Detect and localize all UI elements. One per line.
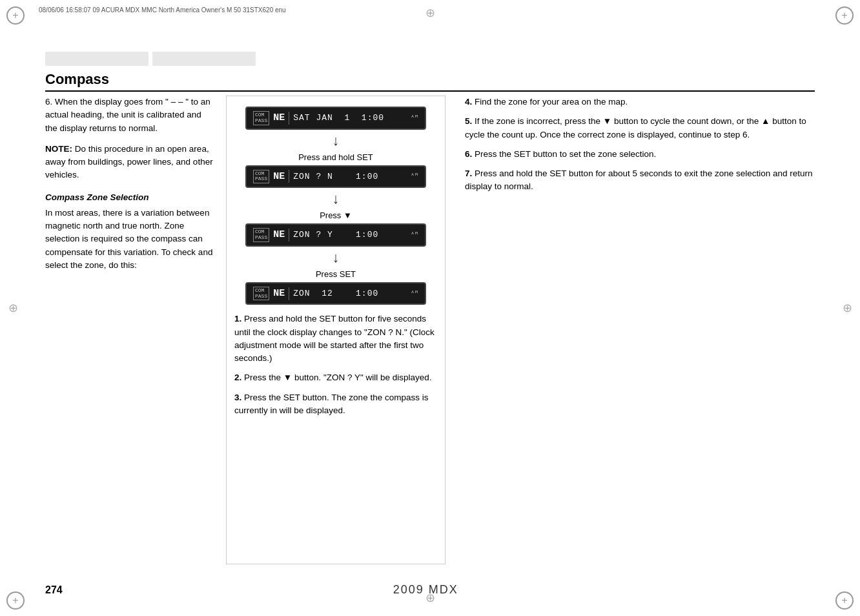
right-instr-7: 7. Press and hold the SET button for abo… <box>465 167 815 194</box>
display-am-1: ᴬᴹ <box>411 114 418 122</box>
compass-zone-title: Compass Zone Selection <box>45 191 213 204</box>
divider-3 <box>289 229 289 241</box>
right-num-7: 7. <box>465 169 472 178</box>
display-unit-3: COMPASS NE ZON ? Y 1:00 ᴬᴹ <box>245 223 426 247</box>
step-label-3: Press SET <box>316 269 356 279</box>
display-am-4: ᴬᴹ <box>411 290 418 298</box>
note-text: NOTE: Do this procedure in an open area,… <box>45 143 213 182</box>
section-body: In most areas, there is a variation betw… <box>45 207 213 272</box>
reg-mark-bl <box>6 591 25 610</box>
reg-mark-tl <box>6 6 25 25</box>
display-ne-3: NE <box>273 229 285 240</box>
main-content: 6. When the display goes from " – – " to… <box>45 96 815 564</box>
instr-num-3: 3. <box>234 393 241 402</box>
compass-label-2: COMPASS <box>253 170 269 184</box>
page-title-area: Compass <box>45 71 815 92</box>
note-label: NOTE: <box>45 144 72 154</box>
compass-label-3: COMPASS <box>253 228 269 242</box>
arrow-down-3: ↓ <box>333 251 340 265</box>
display-unit-2: COMPASS NE ZON ? N 1:00 ᴬᴹ <box>245 165 426 189</box>
left-column: 6. When the display goes from " – – " to… <box>45 96 226 564</box>
compass-label-1: COMPASS <box>253 111 269 125</box>
step-label-1: Press and hold SET <box>298 152 373 162</box>
instructions-middle: 1. Press and hold the SET button for fiv… <box>234 307 437 424</box>
divider-4 <box>289 287 289 300</box>
cross-left: ⊕ <box>6 302 19 314</box>
instr-item-2: 2. Press the ▼ button. "ZON ? Y" will be… <box>234 371 437 384</box>
right-num-6: 6. <box>465 149 472 159</box>
display-text-4: ZON 12 1:00 <box>293 289 407 298</box>
right-num-5: 5. <box>465 116 472 126</box>
right-column: 4. Find the zone for your area on the ma… <box>445 96 815 564</box>
instr-num-1: 1. <box>234 314 241 323</box>
right-num-4: 4. <box>465 97 472 107</box>
arrow-2: ↓ <box>333 192 340 206</box>
step-label-2: Press ▼ <box>320 210 352 220</box>
right-instr-5: 5. If the zone is incorrect, press the ▼… <box>465 115 815 141</box>
tab-bar-1 <box>45 52 148 66</box>
page-number: 274 <box>45 584 63 596</box>
right-instr-4: 4. Find the zone for your area on the ma… <box>465 96 815 108</box>
footer: 274 2009 MDX <box>45 583 815 597</box>
instr-item-1: 1. Press and hold the SET button for fiv… <box>234 313 437 365</box>
footer-model: 2009 MDX <box>393 583 458 597</box>
header-area: 08/06/06 16:58:07 09 ACURA MDX MMC North… <box>39 6 821 14</box>
page-title: Compass <box>45 71 109 87</box>
display-ne-2: NE <box>273 171 285 182</box>
tab-bar-2 <box>152 52 256 66</box>
display-text-1: SAT JAN 1 1:00 <box>293 113 407 123</box>
instr-num-2: 2. <box>234 373 241 382</box>
instr-item-3: 3. Press the SET button. The zone the co… <box>234 391 437 418</box>
display-am-3: ᴬᴹ <box>411 231 418 239</box>
display-am-2: ᴬᴹ <box>411 172 418 180</box>
reg-mark-tr <box>835 6 854 25</box>
right-instr-6: 6. Press the SET button to set the zone … <box>465 148 815 161</box>
intro-text: 6. When the display goes from " – – " to… <box>45 96 213 135</box>
divider-1 <box>289 112 289 125</box>
display-ne-1: NE <box>273 112 285 123</box>
arrow-down-2: ↓ <box>333 192 340 206</box>
arrow-down-1: ↓ <box>333 134 340 148</box>
header-meta: 08/06/06 16:58:07 09 ACURA MDX MMC North… <box>39 6 286 14</box>
reg-mark-br <box>835 591 854 610</box>
display-unit-1: COMPASS NE SAT JAN 1 1:00 ᴬᴹ <box>245 107 426 130</box>
cross-right: ⊕ <box>841 302 854 314</box>
arrow-3: ↓ <box>333 251 340 265</box>
tab-bars <box>45 52 256 66</box>
display-unit-4: COMPASS NE ZON 12 1:00 ᴬᴹ <box>245 282 426 305</box>
display-ne-4: NE <box>273 288 285 299</box>
middle-column: COMPASS NE SAT JAN 1 1:00 ᴬᴹ ↓ Press and… <box>226 96 445 564</box>
display-text-2: ZON ? N 1:00 <box>293 172 407 181</box>
compass-label-4: COMPASS <box>253 287 269 301</box>
arrow-1: ↓ <box>333 134 340 148</box>
divider-2 <box>289 170 289 183</box>
display-text-3: ZON ? Y 1:00 <box>293 230 407 240</box>
